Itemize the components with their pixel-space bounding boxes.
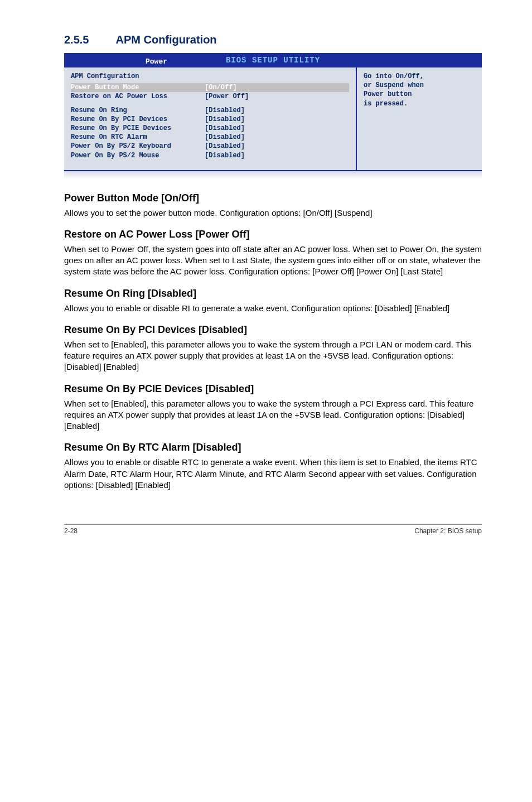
bios-setting-value: [Disabled] — [205, 151, 245, 160]
subsection-heading: Resume On Ring [Disabled] — [64, 288, 482, 299]
bios-setting-label: Resume On RTC Alarm — [71, 133, 205, 142]
bios-setting-value: [Power Off] — [205, 92, 249, 101]
bios-setting-row: Restore on AC Power Loss[Power Off] — [71, 92, 349, 101]
bios-screenshot: BIOS SETUP UTILITY Power APM Configurati… — [64, 53, 482, 179]
subsection-body: Allows you to enable or disable RTC to g… — [64, 457, 482, 491]
bios-setting-label: Resume On Ring — [71, 106, 205, 115]
bios-setting-row: Power Button Mode[On/Off] — [71, 83, 349, 92]
bios-help-line: or Suspend when — [364, 81, 475, 90]
bios-help-line: is pressed. — [364, 99, 475, 108]
bios-setting-value: [Disabled] — [205, 142, 245, 151]
bios-setting-row: Resume On Ring[Disabled] — [71, 106, 349, 115]
subsection-body: Allows you to set the power button mode.… — [64, 207, 482, 219]
bios-setting-label: Power On By PS/2 Keyboard — [71, 142, 205, 151]
subsection-body: When set to [Enabled], this parameter al… — [64, 398, 482, 432]
section-title: APM Configuration — [115, 33, 216, 46]
bios-help-panel: Go into On/Off,or Suspend whenPower butt… — [356, 67, 482, 170]
subsection-heading: Resume On By RTC Alarm [Disabled] — [64, 442, 482, 453]
bios-left-panel: APM Configuration Power Button Mode[On/O… — [64, 67, 356, 170]
bios-help-line: Go into On/Off, — [364, 72, 475, 81]
subsection-heading: Restore on AC Power Loss [Power Off] — [64, 229, 482, 240]
bios-setting-value: [Disabled] — [205, 115, 245, 124]
subsection-heading: Resume On By PCIE Devices [Disabled] — [64, 383, 482, 395]
subsection-body: Allows you to enable or disable RI to ge… — [64, 303, 482, 314]
bios-setting-row: Resume On By PCI Devices[Disabled] — [71, 115, 349, 124]
bios-setting-value: [On/Off] — [205, 83, 237, 92]
subsection-heading: Power Button Mode [On/Off] — [64, 192, 482, 204]
bios-tab-power: Power — [142, 56, 171, 67]
bios-setting-label: Restore on AC Power Loss — [71, 92, 205, 101]
subsection-body: When set to Power Off, the system goes i… — [64, 244, 482, 278]
bios-setting-value: [Disabled] — [205, 124, 245, 133]
bios-setting-label: Resume On By PCIE Devices — [71, 124, 205, 133]
footer-chapter: Chapter 2: BIOS setup — [414, 527, 482, 535]
bios-setting-label: Resume On By PCI Devices — [71, 115, 205, 124]
bios-header-title: BIOS SETUP UTILITY — [226, 56, 320, 65]
bios-setting-value: [Disabled] — [205, 106, 245, 115]
bios-setting-value: [Disabled] — [205, 133, 245, 142]
bios-setting-label: Power On By PS/2 Mouse — [71, 151, 205, 160]
bios-setting-row: Resume On RTC Alarm[Disabled] — [71, 133, 349, 142]
footer-page-number: 2-28 — [64, 527, 78, 535]
bios-help-line: Power button — [364, 90, 475, 99]
bios-setting-label: Power Button Mode — [71, 83, 205, 92]
bios-setting-row: Power On By PS/2 Mouse[Disabled] — [71, 151, 349, 160]
subsection-heading: Resume On By PCI Devices [Disabled] — [64, 324, 482, 336]
bios-setting-row: Resume On By PCIE Devices[Disabled] — [71, 124, 349, 133]
section-number: 2.5.5 — [64, 33, 89, 46]
page-footer: 2-28 Chapter 2: BIOS setup — [64, 524, 482, 535]
bios-setting-row: Power On By PS/2 Keyboard[Disabled] — [71, 142, 349, 151]
bios-group-title: APM Configuration — [71, 72, 349, 81]
subsection-body: When set to [Enabled], this parameter al… — [64, 339, 482, 373]
